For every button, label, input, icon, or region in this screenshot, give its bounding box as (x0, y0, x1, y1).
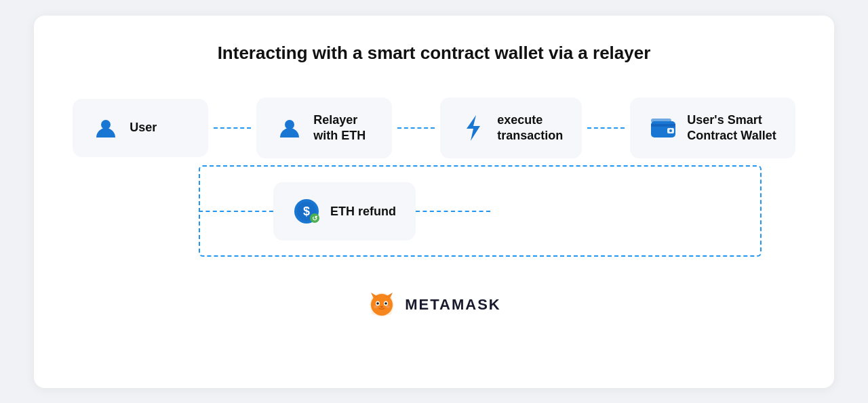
bottom-arrow-left (199, 211, 273, 212)
svg-text:$: $ (303, 205, 310, 218)
svg-point-0 (101, 120, 111, 129)
person-icon-user (92, 114, 120, 142)
node-relayer: Relayerwith ETH (256, 98, 392, 159)
svg-point-1 (285, 120, 294, 129)
metamask-brand-label: METAMASK (405, 296, 500, 314)
bottom-row: $ ↺ ETH refund (68, 165, 800, 257)
svg-point-6 (669, 129, 672, 132)
node-eth-refund: $ ↺ ETH refund (273, 182, 416, 240)
svg-point-22 (384, 302, 387, 305)
svg-rect-4 (651, 124, 675, 127)
svg-rect-7 (651, 119, 671, 123)
top-nodes-row: User Relayerwith ETH (73, 98, 795, 159)
wallet-icon (649, 114, 677, 142)
arrow-2 (392, 127, 440, 129)
bottom-arrow-right (416, 211, 490, 212)
full-diagram: User Relayerwith ETH (68, 98, 800, 258)
arrow-1 (208, 127, 256, 129)
svg-point-25 (386, 305, 390, 308)
node-wallet-label: User's SmartContract Wallet (687, 112, 776, 144)
svg-marker-2 (467, 115, 480, 141)
node-user-label: User (130, 120, 157, 135)
metamask-fox-icon (367, 290, 397, 320)
node-execute-label: executetransaction (497, 112, 563, 144)
svg-point-23 (380, 306, 383, 307)
node-relayer-label: Relayerwith ETH (313, 112, 366, 144)
svg-point-21 (376, 302, 379, 305)
bolt-icon (459, 114, 488, 142)
person-icon-relayer (275, 114, 304, 142)
metamask-footer: METAMASK (367, 290, 500, 320)
diagram-title: Interacting with a smart contract wallet… (218, 43, 651, 64)
svg-text:↺: ↺ (312, 215, 318, 222)
node-user: User (73, 99, 208, 157)
coin-icon: $ ↺ (292, 197, 321, 226)
arrow-3 (582, 127, 630, 129)
node-eth-refund-label: ETH refund (330, 204, 396, 219)
node-execute: executetransaction (440, 98, 582, 159)
diagram-container: Interacting with a smart contract wallet… (34, 16, 834, 388)
node-wallet: User's SmartContract Wallet (630, 98, 795, 159)
svg-point-24 (374, 305, 378, 308)
